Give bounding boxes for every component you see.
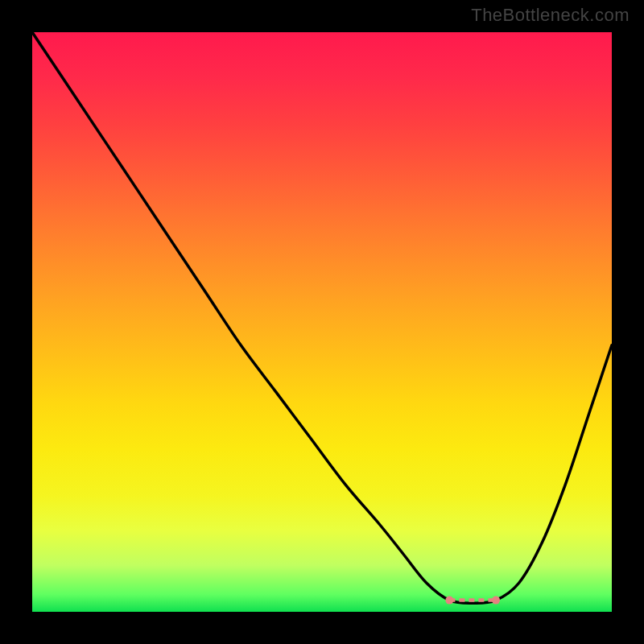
watermark-text: TheBottleneck.com [471,5,630,26]
bottleneck-curve [32,32,612,603]
plot-area [32,32,612,612]
curve-svg [32,32,612,612]
chart-container: TheBottleneck.com [0,0,644,644]
